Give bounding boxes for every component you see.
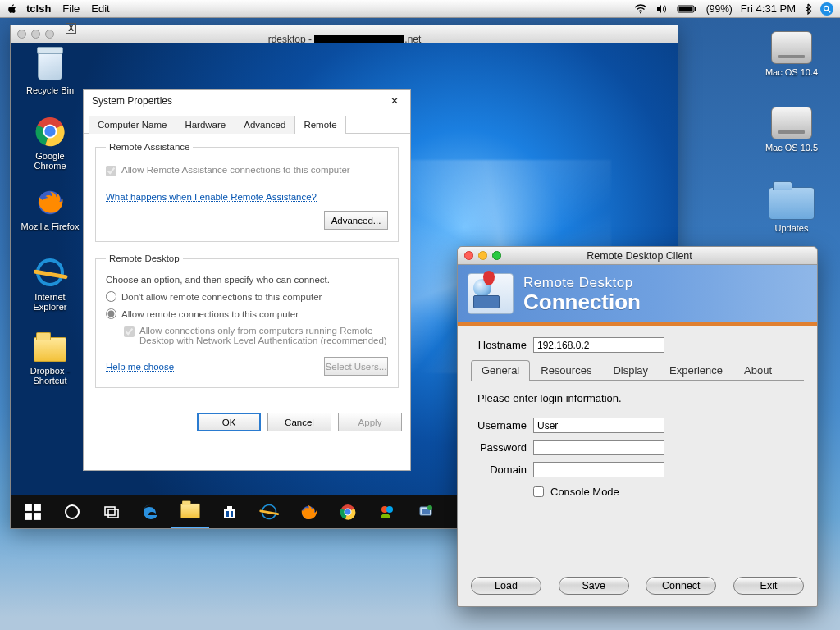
tab-hardware[interactable]: Hardware — [176, 116, 235, 134]
svg-point-14 — [66, 505, 79, 518]
active-app-name: tclsh — [26, 2, 51, 15]
wifi-icon[interactable] — [634, 4, 647, 14]
recycle-bin-icon — [38, 51, 62, 80]
menu-file[interactable]: File — [62, 2, 80, 15]
rdc-titlebar[interactable]: Remote Desktop Client — [458, 247, 817, 265]
chrome-icon — [33, 114, 67, 148]
tab-remote[interactable]: Remote — [294, 116, 345, 134]
window-minimize-button[interactable] — [478, 251, 487, 260]
battery-icon[interactable] — [677, 4, 698, 14]
login-prompt: Please enter login information. — [477, 392, 804, 404]
nla-checkbox[interactable]: Allow connections only from computers ru… — [124, 326, 388, 345]
sysprops-tabs: Computer Name Hardware Advanced Remote — [84, 115, 410, 134]
tab-display[interactable]: Display — [602, 360, 659, 381]
rdesktop-titlebar[interactable]: X rdesktop - .net — [11, 25, 678, 43]
drive-label: Mac OS 10.5 — [755, 143, 829, 153]
apple-logo-icon — [7, 3, 18, 15]
console-mode-checkbox[interactable] — [533, 486, 544, 497]
exit-button[interactable]: Exit — [733, 577, 804, 595]
clock[interactable]: Fri 4:31 PM — [741, 2, 796, 15]
hostname-label: Hostname — [471, 339, 533, 351]
allow-remote-assistance-checkbox[interactable]: Allow Remote Assistance connections to t… — [106, 165, 388, 176]
tab-advanced[interactable]: Advanced — [235, 116, 294, 134]
icon-label: Google Chrome — [19, 151, 81, 171]
hostname-input[interactable] — [533, 337, 664, 353]
svg-rect-15 — [105, 507, 115, 515]
icon-internet-explorer[interactable]: Internet Explorer — [19, 255, 81, 312]
load-button[interactable]: Load — [471, 577, 541, 595]
remote-assistance-group: Remote Assistance Allow Remote Assistanc… — [95, 142, 399, 242]
volume-icon[interactable] — [655, 4, 669, 14]
icon-dropbox-shortcut[interactable]: Dropbox - Shortcut — [19, 329, 81, 386]
remote-assistance-help-link[interactable]: What happens when I enable Remote Assist… — [106, 192, 317, 202]
ie-icon — [33, 255, 67, 290]
svg-point-8 — [44, 126, 55, 136]
svg-rect-2 — [695, 7, 696, 11]
window-zoom-button[interactable] — [45, 30, 54, 39]
tab-computer-name[interactable]: Computer Name — [89, 116, 176, 134]
folder-updates[interactable]: Updates — [755, 187, 829, 233]
radio-dont-allow[interactable]: Don't allow remote connections to this c… — [106, 291, 388, 302]
advanced-button[interactable]: Advanced... — [324, 211, 388, 230]
rdc-window-title: Remote Desktop Client — [508, 250, 817, 262]
taskbar-chrome[interactable] — [329, 495, 367, 528]
menu-edit[interactable]: Edit — [91, 2, 109, 15]
icon-label: Internet Explorer — [19, 292, 81, 312]
window-minimize-button[interactable] — [31, 30, 40, 39]
system-properties-dialog: System Properties ✕ Computer Name Hardwa… — [83, 89, 411, 471]
save-button[interactable]: Save — [559, 577, 629, 595]
svg-rect-10 — [25, 504, 32, 511]
tab-experience[interactable]: Experience — [659, 360, 733, 381]
group-legend: Remote Assistance — [106, 142, 193, 152]
cortana-button[interactable] — [53, 495, 91, 528]
rdc-tabs: General Resources Display Experience Abo… — [471, 359, 804, 381]
taskbar-people[interactable] — [368, 495, 406, 528]
taskbar-rdp[interactable] — [408, 495, 445, 528]
ie-icon — [260, 503, 279, 522]
window-close-button[interactable] — [464, 251, 473, 260]
icon-recycle-bin[interactable]: Recycle Bin — [19, 48, 81, 95]
svg-point-0 — [640, 11, 641, 13]
drive-mac-os-10-5[interactable]: Mac OS 10.5 — [755, 107, 829, 153]
password-input[interactable] — [533, 440, 664, 455]
taskbar-store[interactable] — [211, 495, 249, 528]
apply-button[interactable]: Apply — [338, 413, 402, 431]
firefox-icon — [33, 185, 67, 219]
connect-button[interactable]: Connect — [646, 577, 716, 595]
tab-general[interactable]: General — [471, 360, 530, 381]
drive-label: Mac OS 10.4 — [755, 67, 829, 77]
dialog-title: System Properties — [92, 95, 172, 107]
radio-allow[interactable]: Allow remote connections to this compute… — [106, 308, 388, 319]
password-label: Password — [471, 441, 533, 454]
svg-point-4 — [824, 6, 829, 10]
cancel-button[interactable]: Cancel — [267, 413, 331, 431]
icon-firefox[interactable]: Mozilla Firefox — [19, 185, 81, 231]
svg-line-5 — [828, 10, 830, 12]
taskbar-firefox[interactable] — [290, 495, 327, 528]
help-me-choose-link[interactable]: Help me choose — [106, 362, 174, 372]
tab-resources[interactable]: Resources — [530, 360, 602, 381]
taskbar-ie[interactable] — [250, 495, 288, 528]
spotlight-icon[interactable] — [820, 2, 833, 16]
icon-google-chrome[interactable]: Google Chrome — [19, 114, 81, 171]
bluetooth-icon[interactable] — [804, 3, 812, 15]
remote-desktop-client-window: Remote Desktop Client Remote Desktop Con… — [457, 246, 818, 607]
drive-mac-os-10-4[interactable]: Mac OS 10.4 — [755, 31, 829, 77]
taskbar-edge[interactable] — [132, 495, 170, 528]
folder-icon — [180, 504, 200, 518]
hard-drive-icon — [771, 31, 812, 64]
window-close-button[interactable] — [17, 30, 26, 39]
tab-about[interactable]: About — [733, 360, 783, 381]
task-view-button[interactable] — [93, 495, 130, 528]
close-button[interactable]: ✕ — [387, 95, 402, 107]
rdc-banner: Remote Desktop Connection — [458, 265, 817, 326]
window-zoom-button[interactable] — [492, 251, 501, 260]
username-input[interactable] — [533, 418, 664, 433]
start-button[interactable] — [14, 495, 52, 528]
select-users-button[interactable]: Select Users... — [324, 357, 388, 376]
svg-rect-16 — [108, 509, 118, 518]
ok-button[interactable]: OK — [197, 413, 261, 431]
svg-rect-18 — [231, 511, 233, 514]
taskbar-file-explorer[interactable] — [171, 495, 209, 528]
domain-input[interactable] — [533, 462, 664, 477]
